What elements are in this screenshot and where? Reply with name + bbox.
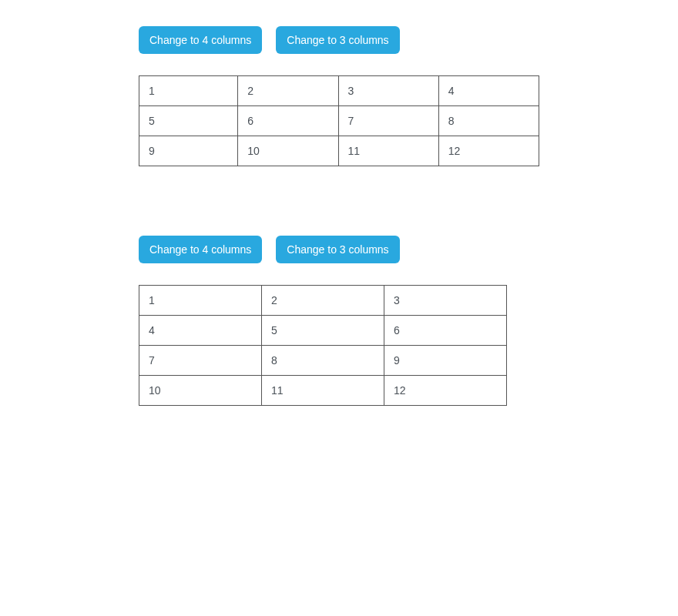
table-cell: 12 [438, 136, 539, 166]
grid-table-3col: 1 2 3 4 5 6 7 8 9 10 11 12 [139, 285, 507, 406]
table-cell: 7 [338, 106, 438, 136]
section-2: Change to 4 columns Change to 3 columns … [139, 236, 539, 406]
grid-table-4col: 1 2 3 4 5 6 7 8 9 10 11 12 [139, 75, 539, 166]
table-cell: 11 [338, 136, 438, 166]
table-cell: 9 [384, 346, 507, 376]
button-row-2: Change to 4 columns Change to 3 columns [139, 236, 539, 263]
table-cell: 6 [238, 106, 338, 136]
table-cell: 6 [384, 316, 507, 346]
table-row: 1 2 3 4 [139, 76, 539, 106]
table-row: 1 2 3 [139, 286, 507, 316]
table-cell: 7 [139, 346, 262, 376]
table-row: 4 5 6 [139, 316, 507, 346]
table-cell: 5 [262, 316, 384, 346]
change-to-3-columns-button[interactable]: Change to 3 columns [276, 26, 399, 54]
table-cell: 10 [139, 376, 262, 406]
change-to-4-columns-button[interactable]: Change to 4 columns [139, 236, 262, 263]
section-1: Change to 4 columns Change to 3 columns … [139, 26, 539, 166]
table-cell: 1 [139, 76, 238, 106]
table-cell: 3 [384, 286, 507, 316]
table-cell: 2 [262, 286, 384, 316]
button-row-1: Change to 4 columns Change to 3 columns [139, 26, 539, 54]
table-cell: 2 [238, 76, 338, 106]
change-to-4-columns-button[interactable]: Change to 4 columns [139, 26, 262, 54]
table-cell: 1 [139, 286, 262, 316]
table-row: 7 8 9 [139, 346, 507, 376]
table-cell: 8 [262, 346, 384, 376]
table-row: 5 6 7 8 [139, 106, 539, 136]
table-cell: 3 [338, 76, 438, 106]
table-row: 9 10 11 12 [139, 136, 539, 166]
table-cell: 4 [438, 76, 539, 106]
table-cell: 12 [384, 376, 507, 406]
table-cell: 11 [262, 376, 384, 406]
change-to-3-columns-button[interactable]: Change to 3 columns [276, 236, 399, 263]
table-cell: 10 [238, 136, 338, 166]
table-cell: 9 [139, 136, 238, 166]
table-cell: 4 [139, 316, 262, 346]
table-cell: 5 [139, 106, 238, 136]
table-row: 10 11 12 [139, 376, 507, 406]
table-cell: 8 [438, 106, 539, 136]
